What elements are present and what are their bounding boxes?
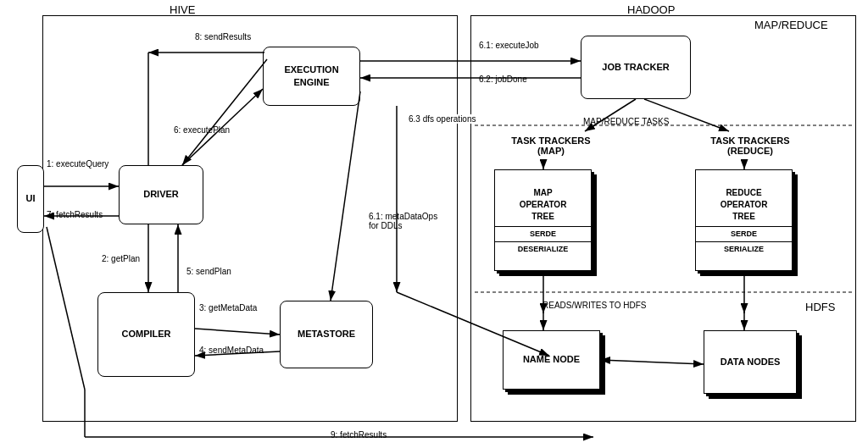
job-tracker-box: JOB TRACKER [581, 36, 691, 99]
reads-writes-hdfs-label: READS/WRITES TO HDFS [542, 301, 646, 310]
driver-box: DRIVER [119, 165, 203, 224]
diagram: HIVE HADOOP MAP/REDUCE HDFS UI DRIVER CO… [0, 0, 868, 448]
arrow-1-label: 1: executeQuery [47, 159, 108, 169]
reduce-serialize: SERIALIZE [696, 241, 792, 257]
data-nodes-label: DATA NODES [721, 356, 781, 368]
hive-label: HIVE [170, 3, 195, 16]
name-node-box: NAME NODE [503, 330, 600, 390]
map-deserialize: DESERIALIZE [495, 241, 591, 257]
mapreduce-label: MAP/REDUCE [754, 19, 828, 31]
driver-label: DRIVER [143, 188, 179, 201]
arrow-2-label: 2: getPlan [102, 254, 140, 263]
arrow-8-label: 8: sendResults [195, 32, 251, 41]
reduce-serde: SERDE [696, 226, 792, 241]
arrow-61meta-label: 6.1: metaDataOpsfor DDLs [369, 212, 437, 230]
compiler-label: COMPILER [121, 328, 170, 340]
reduce-operator-tree-box: REDUCEOPERATORTREE SERDE SERIALIZE [695, 169, 793, 271]
arrow-61-label: 6.1: executeJob [479, 41, 539, 50]
compiler-box: COMPILER [97, 292, 195, 377]
hadoop-label: HADOOP [627, 3, 675, 16]
task-trackers-reduce-label: TASK TRACKERS(REDUCE) [695, 136, 805, 156]
metastore-box: METASTORE [280, 301, 373, 368]
name-node-label: NAME NODE [523, 353, 580, 366]
task-trackers-map-label: TASK TRACKERS(MAP) [500, 136, 602, 156]
arrow-9-label: 9: fetchResults [331, 430, 387, 440]
data-nodes-box: DATA NODES [704, 330, 797, 394]
arrow-62-label: 6.2: jobDone [479, 75, 527, 84]
metastore-label: METASTORE [298, 328, 355, 340]
hdfs-label: HDFS [805, 301, 835, 313]
job-tracker-label: JOB TRACKER [602, 61, 669, 74]
arrow-6-label: 6: executePlan [174, 125, 230, 135]
arrow-3-label: 3: getMetaData [199, 303, 257, 312]
arrow-5-label: 5: sendPlan [186, 267, 231, 276]
reduce-operator-tree-label: REDUCEOPERATORTREE [719, 184, 770, 226]
ui-box: UI [17, 165, 44, 233]
execution-engine-label: EXECUTION ENGINE [284, 64, 338, 90]
map-serde: SERDE [495, 226, 591, 241]
ui-label: UI [26, 192, 36, 205]
map-operator-tree-box: MAPOPERATORTREE SERDE DESERIALIZE [494, 169, 592, 271]
map-reduce-tasks-label: MAP/REDUCE TASKS [583, 117, 669, 126]
arrow-7-label: 7: fetchResults [47, 210, 103, 219]
arrow-63-label: 6.3 dfs operations [409, 114, 476, 124]
map-operator-tree-label: MAPOPERATORTREE [518, 184, 569, 226]
execution-engine-box: EXECUTION ENGINE [263, 47, 360, 106]
arrow-4-label: 4: sendMetaData [199, 346, 264, 355]
